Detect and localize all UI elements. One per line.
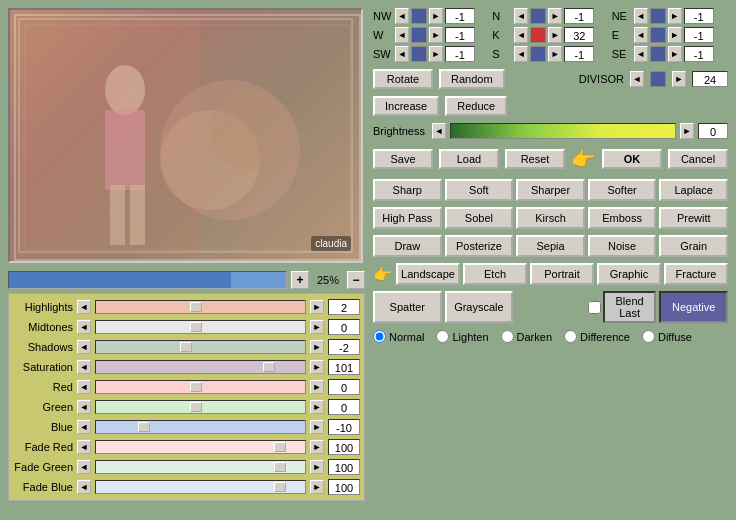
kernel-s-left[interactable]: ◄ [514, 46, 528, 62]
kernel-se-right[interactable]: ► [668, 46, 682, 62]
fade-green-increase[interactable]: ► [310, 460, 324, 474]
blue-label: Blue [13, 421, 73, 433]
prewitt-button[interactable]: Prewitt [659, 207, 728, 229]
grayscale-button[interactable]: Grayscale [445, 291, 514, 323]
kernel-nw-left[interactable]: ◄ [395, 8, 409, 24]
emboss-button[interactable]: Emboss [588, 207, 657, 229]
zoom-in-button[interactable]: + [291, 271, 309, 289]
kernel-n-right[interactable]: ► [548, 8, 562, 24]
blue-track[interactable] [95, 420, 306, 434]
fracture-button[interactable]: Fracture [664, 263, 728, 285]
spatter-button[interactable]: Spatter [373, 291, 442, 323]
green-increase[interactable]: ► [310, 400, 324, 414]
brightness-value: 0 [698, 123, 728, 139]
kernel-se-left[interactable]: ◄ [634, 46, 648, 62]
etch-button[interactable]: Etch [463, 263, 527, 285]
fade-red-decrease[interactable]: ◄ [77, 440, 91, 454]
kirsch-button[interactable]: Kirsch [516, 207, 585, 229]
sharp-button[interactable]: Sharp [373, 179, 442, 201]
ok-button[interactable]: OK [602, 149, 662, 169]
landscape-button[interactable]: Landscape [396, 263, 460, 285]
reduce-button[interactable]: Reduce [445, 96, 507, 116]
midtones-track[interactable] [95, 320, 306, 334]
grain-button[interactable]: Grain [659, 235, 728, 257]
highlights-track[interactable] [95, 300, 306, 314]
kernel-ne-right[interactable]: ► [668, 8, 682, 24]
zoom-out-button[interactable]: − [347, 271, 365, 289]
highpass-button[interactable]: High Pass [373, 207, 442, 229]
kernel-s-right[interactable]: ► [548, 46, 562, 62]
kernel-sw-left[interactable]: ◄ [395, 46, 409, 62]
negative-button[interactable]: Negative [659, 291, 728, 323]
blue-decrease[interactable]: ◄ [77, 420, 91, 434]
blend-last-button[interactable]: Blend Last [603, 291, 657, 323]
brightness-left[interactable]: ◄ [432, 123, 446, 139]
rotate-button[interactable]: Rotate [373, 69, 433, 89]
blend-last-checkbox[interactable] [588, 301, 601, 314]
midtones-increase[interactable]: ► [310, 320, 324, 334]
shadows-increase[interactable]: ► [310, 340, 324, 354]
radio-diffuse[interactable]: Diffuse [642, 330, 692, 343]
kernel-k-left[interactable]: ◄ [514, 27, 528, 43]
reset-button[interactable]: Reset [505, 149, 565, 169]
kernel-nw-label: NW [373, 10, 393, 22]
saturation-track[interactable] [95, 360, 306, 374]
kernel-ne-left[interactable]: ◄ [634, 8, 648, 24]
green-track[interactable] [95, 400, 306, 414]
cancel-button[interactable]: Cancel [668, 149, 728, 169]
radio-difference[interactable]: Difference [564, 330, 630, 343]
kernel-nw-right[interactable]: ► [429, 8, 443, 24]
red-increase[interactable]: ► [310, 380, 324, 394]
save-button[interactable]: Save [373, 149, 433, 169]
sepia-button[interactable]: Sepia [516, 235, 585, 257]
random-button[interactable]: Random [439, 69, 505, 89]
load-button[interactable]: Load [439, 149, 499, 169]
portrait-button[interactable]: Portrait [530, 263, 594, 285]
fade-blue-increase[interactable]: ► [310, 480, 324, 494]
kernel-w-right[interactable]: ► [429, 27, 443, 43]
red-row: Red ◄ ► 0 [13, 378, 360, 396]
sharper-button[interactable]: Sharper [516, 179, 585, 201]
blue-increase[interactable]: ► [310, 420, 324, 434]
kernel-n-left[interactable]: ◄ [514, 8, 528, 24]
draw-button[interactable]: Draw [373, 235, 442, 257]
blend-mode-row: Normal Lighten Darken Difference Diffuse [373, 330, 728, 343]
saturation-value: 101 [328, 359, 360, 375]
fade-green-track[interactable] [95, 460, 306, 474]
midtones-decrease[interactable]: ◄ [77, 320, 91, 334]
kernel-e-left[interactable]: ◄ [634, 27, 648, 43]
saturation-increase[interactable]: ► [310, 360, 324, 374]
radio-darken[interactable]: Darken [501, 330, 552, 343]
shadows-decrease[interactable]: ◄ [77, 340, 91, 354]
brightness-track[interactable] [450, 123, 676, 139]
shadows-track[interactable] [95, 340, 306, 354]
kernel-k-right[interactable]: ► [548, 27, 562, 43]
fade-blue-decrease[interactable]: ◄ [77, 480, 91, 494]
fade-red-increase[interactable]: ► [310, 440, 324, 454]
graphic-button[interactable]: Graphic [597, 263, 661, 285]
highlights-decrease[interactable]: ◄ [77, 300, 91, 314]
saturation-decrease[interactable]: ◄ [77, 360, 91, 374]
fade-red-track[interactable] [95, 440, 306, 454]
softer-button[interactable]: Softer [588, 179, 657, 201]
laplace-button[interactable]: Laplace [659, 179, 728, 201]
red-decrease[interactable]: ◄ [77, 380, 91, 394]
fade-blue-track[interactable] [95, 480, 306, 494]
highlights-increase[interactable]: ► [310, 300, 324, 314]
radio-normal[interactable]: Normal [373, 330, 424, 343]
soft-button[interactable]: Soft [445, 179, 514, 201]
kernel-w-left[interactable]: ◄ [395, 27, 409, 43]
divisor-left[interactable]: ◄ [630, 71, 644, 87]
posterize-button[interactable]: Posterize [445, 235, 514, 257]
radio-lighten[interactable]: Lighten [436, 330, 488, 343]
divisor-right[interactable]: ► [672, 71, 686, 87]
red-track[interactable] [95, 380, 306, 394]
increase-button[interactable]: Increase [373, 96, 439, 116]
sobel-button[interactable]: Sobel [445, 207, 514, 229]
green-decrease[interactable]: ◄ [77, 400, 91, 414]
kernel-sw-right[interactable]: ► [429, 46, 443, 62]
kernel-e-right[interactable]: ► [668, 27, 682, 43]
brightness-right[interactable]: ► [680, 123, 694, 139]
fade-green-decrease[interactable]: ◄ [77, 460, 91, 474]
noise-button[interactable]: Noise [588, 235, 657, 257]
